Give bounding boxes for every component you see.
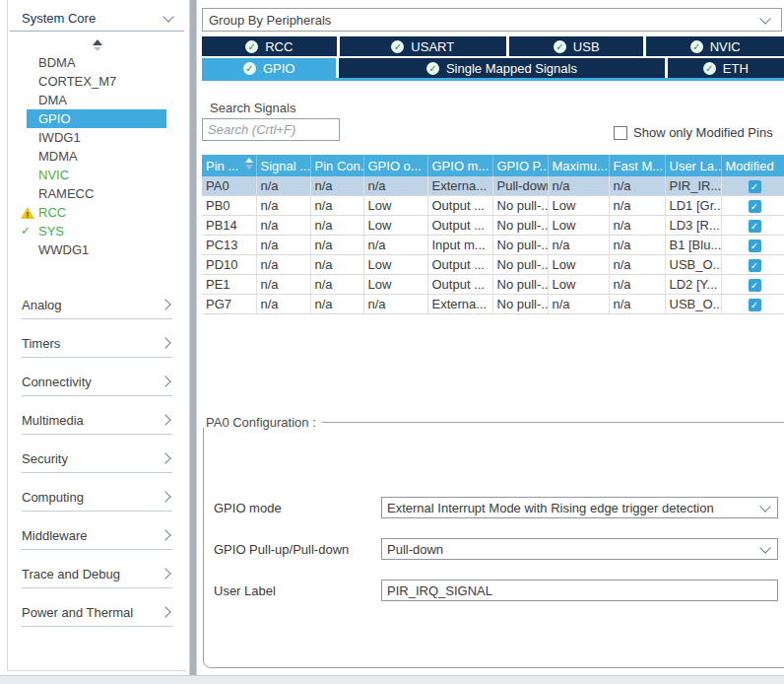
cell: n/a <box>256 216 310 236</box>
config-field-label: GPIO mode <box>214 501 381 515</box>
sidebar-category-multimedia[interactable]: Multimedia <box>22 408 172 432</box>
selected-tab-indicator <box>202 78 784 81</box>
column-header-pin-[interactable]: Pin ... <box>202 155 256 176</box>
tab-label: NVIC <box>710 39 741 54</box>
sidebar-categories: AnalogTimersConnectivityMultimediaSecuri… <box>8 293 186 639</box>
search-input[interactable] <box>202 118 340 141</box>
column-header-signal-[interactable]: Signal ... <box>256 155 310 176</box>
cell: No pull-... <box>492 295 548 314</box>
column-header-gpio-p-[interactable]: GPIO P... <box>492 155 548 176</box>
sidebar-item-cortex-m7[interactable]: CORTEX_M7 <box>27 72 166 91</box>
chevron-down-icon[interactable] <box>163 11 173 22</box>
sidebar-item-label: SYS <box>38 224 64 239</box>
sidebar-item-iwdg1[interactable]: IWDG1 <box>27 128 166 147</box>
category-label: Analog <box>22 298 61 312</box>
column-header-user-la-[interactable]: User La... <box>665 155 721 176</box>
peripherals-sidebar: System Core BDMACORTEX_M7DMAGPIOIWDG1MDM… <box>7 0 186 671</box>
cell: n/a <box>609 216 665 236</box>
modified-checkbox[interactable]: ✓ <box>749 259 761 272</box>
pin-row-pc13[interactable]: PC13n/an/an/aInput m...No pull-...n/an/a… <box>202 236 784 255</box>
modified-checkbox[interactable]: ✓ <box>749 220 761 233</box>
sidebar-category-computing[interactable]: Computing <box>22 485 172 509</box>
sidebar-category-timers[interactable]: Timers <box>22 331 172 355</box>
sidebar-item-label: GPIO <box>38 111 71 126</box>
column-label: GPIO m... <box>432 159 490 173</box>
sidebar-item-gpio[interactable]: GPIO <box>27 109 166 128</box>
sidebar-item-mdma[interactable]: MDMA <box>27 147 166 166</box>
panel-splitter[interactable] <box>189 0 197 675</box>
sidebar-category-security[interactable]: Security <box>22 446 172 470</box>
pin-row-pe1[interactable]: PE1n/an/aLowOutput ...No pull-...Lown/aL… <box>202 275 784 295</box>
cell: No pull-... <box>492 275 548 295</box>
section-title: System Core <box>22 11 96 26</box>
spacer-icon <box>21 240 34 259</box>
sidebar-category: Connectivity <box>22 370 172 408</box>
gpio-mode-select[interactable]: External Interrupt Mode with Rising edge… <box>381 497 778 518</box>
sidebar-category-trace-and-debug[interactable]: Trace and Debug <box>22 562 172 585</box>
sidebar-item-label: CORTEX_M7 <box>38 74 116 89</box>
cell: PB14 <box>202 216 256 236</box>
column-header-gpio-o-[interactable]: GPIO o... <box>363 155 427 176</box>
column-header-pin-con-[interactable]: Pin Con... <box>310 155 363 176</box>
pin-row-pb0[interactable]: PB0n/an/aLowOutput ...No pull-...Lown/aL… <box>202 196 784 216</box>
pin-row-pg7[interactable]: PG7n/an/an/aExterna...No pull-...n/an/aU… <box>202 295 784 314</box>
cell: Low <box>548 275 609 295</box>
group-by-combobox[interactable]: Group By Peripherals <box>202 8 782 32</box>
spacer-icon <box>21 147 34 166</box>
sidebar-category-connectivity[interactable]: Connectivity <box>22 370 172 393</box>
tab-eth[interactable]: ✓ETH <box>668 58 784 78</box>
modified-checkbox[interactable]: ✓ <box>749 180 761 193</box>
show-modified-checkbox[interactable] <box>614 126 627 140</box>
sidebar-item-nvic[interactable]: NVIC <box>27 166 166 184</box>
modified-checkbox[interactable]: ✓ <box>749 200 761 213</box>
sidebar-category-middleware[interactable]: Middleware <box>22 523 172 547</box>
sidebar-item-bdma[interactable]: BDMA <box>27 53 166 72</box>
cell: n/a <box>548 176 609 196</box>
column-header-fast-m-[interactable]: Fast M... <box>609 155 665 176</box>
modified-cell: ✓ <box>721 255 784 275</box>
cell: Low <box>548 216 609 236</box>
cell: n/a <box>310 176 363 196</box>
tab-usart[interactable]: ✓USART <box>340 36 506 56</box>
section-divider <box>10 31 184 32</box>
user-label-input[interactable] <box>381 580 778 601</box>
sidebar-category-power-and-thermal[interactable]: Power and Thermal <box>22 600 172 624</box>
column-label: Modified <box>726 159 774 173</box>
tab-label: Single Mapped Signals <box>446 61 577 76</box>
pin-row-pb14[interactable]: PB14n/an/aLowOutput ...No pull-...Lown/a… <box>202 216 784 236</box>
cell: n/a <box>310 216 363 236</box>
modified-cell: ✓ <box>721 216 784 236</box>
cell: n/a <box>310 236 363 255</box>
triangle-up-icon <box>93 39 102 45</box>
scroll-up-spinner[interactable] <box>92 39 103 51</box>
column-header-maximu-[interactable]: Maximu... <box>548 155 609 176</box>
chevron-right-icon <box>160 491 170 502</box>
column-header-modified[interactable]: Modified <box>721 155 784 176</box>
column-label: GPIO o... <box>368 159 422 173</box>
tab-nvic[interactable]: ✓NVIC <box>646 36 784 56</box>
pin-row-pd10[interactable]: PD10n/an/aLowOutput ...No pull-...Lown/a… <box>202 255 784 275</box>
gpio-pull-select[interactable]: Pull-down <box>381 538 778 560</box>
sidebar-category-analog[interactable]: Analog <box>22 293 172 316</box>
sidebar-item-ramecc[interactable]: RAMECC <box>27 184 166 203</box>
category-divider <box>22 587 172 588</box>
tab-usb[interactable]: ✓USB <box>509 36 644 56</box>
modified-checkbox[interactable]: ✓ <box>749 299 761 311</box>
modified-checkbox[interactable]: ✓ <box>749 239 761 252</box>
sidebar-category: Security <box>22 446 172 485</box>
sidebar-item-sys[interactable]: ✓SYS <box>27 222 166 240</box>
tab-rcc[interactable]: ✓RCC <box>202 36 337 56</box>
cell: n/a <box>363 176 427 196</box>
modified-checkbox[interactable]: ✓ <box>749 279 761 292</box>
cell: n/a <box>256 196 310 216</box>
pin-row-pa0[interactable]: PA0n/an/an/aExterna...Pull-downn/an/aPIR… <box>202 176 784 196</box>
tab-gpio[interactable]: ✓GPIO <box>202 58 336 78</box>
sidebar-item-rcc[interactable]: !RCC <box>27 203 166 222</box>
cell: PD10 <box>202 255 256 275</box>
sidebar-item-dma[interactable]: DMA <box>27 91 166 109</box>
sidebar-category: Power and Thermal <box>22 600 172 639</box>
column-header-gpio-m-[interactable]: GPIO m... <box>427 155 492 176</box>
tab-single-mapped-signals[interactable]: ✓Single Mapped Signals <box>339 58 664 78</box>
sidebar-item-wwdg1[interactable]: WWDG1 <box>27 240 166 259</box>
cell: n/a <box>310 255 363 275</box>
